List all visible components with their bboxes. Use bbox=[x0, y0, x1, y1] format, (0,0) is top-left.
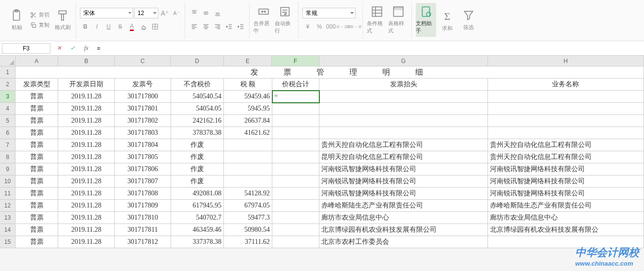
row-head-6[interactable]: 6 bbox=[0, 127, 16, 139]
data-cell[interactable]: 378378.38 bbox=[171, 127, 224, 139]
col-head-A[interactable]: A bbox=[16, 56, 58, 66]
header-cell[interactable]: 发票类型 bbox=[16, 79, 58, 91]
data-cell[interactable]: 337378.38 bbox=[171, 236, 224, 248]
data-cell[interactable]: 59477.3 bbox=[224, 212, 272, 224]
data-cell[interactable]: 2019.11.28 bbox=[58, 115, 115, 127]
data-cell[interactable]: 河南锐讯智捷网络科技有限公司 bbox=[488, 163, 644, 175]
cell-styles-button[interactable]: 表格样式 bbox=[388, 3, 408, 37]
percent-button[interactable]: % bbox=[314, 21, 325, 32]
data-cell[interactable]: 67974.05 bbox=[224, 200, 272, 212]
data-cell[interactable] bbox=[488, 91, 644, 103]
data-cell[interactable]: 河南锐讯智捷网络科技有限公司 bbox=[319, 188, 487, 200]
data-cell[interactable] bbox=[272, 236, 320, 248]
data-cell[interactable]: 赤峰哈斯陆生态产业有限责任公司 bbox=[488, 200, 644, 212]
font-name-select[interactable]: 宋体 bbox=[80, 8, 133, 18]
cond-format-button[interactable]: 条件格式 bbox=[367, 3, 387, 37]
data-cell[interactable] bbox=[488, 115, 644, 127]
increase-font-button[interactable]: A⁺ bbox=[159, 8, 170, 18]
data-cell[interactable]: 463459.46 bbox=[171, 224, 224, 236]
data-cell[interactable]: 301717812 bbox=[115, 236, 171, 248]
data-cell[interactable]: 301717803 bbox=[115, 127, 171, 139]
number-format-select[interactable]: 常规 bbox=[302, 8, 356, 18]
row-head-7[interactable]: 7 bbox=[0, 139, 16, 151]
data-cell[interactable]: 普票 bbox=[16, 139, 58, 151]
data-cell[interactable]: 普票 bbox=[16, 175, 58, 188]
col-head-B[interactable]: B bbox=[58, 56, 115, 66]
indent-inc-button[interactable] bbox=[236, 21, 246, 32]
data-cell[interactable]: 301717810 bbox=[115, 212, 171, 224]
align-center-button[interactable] bbox=[201, 21, 211, 32]
header-cell[interactable]: 业务名称 bbox=[488, 79, 644, 91]
data-cell[interactable] bbox=[319, 91, 487, 103]
data-cell[interactable] bbox=[272, 115, 320, 127]
data-cell[interactable] bbox=[272, 188, 320, 200]
data-cell[interactable]: 贵州天控自动化信息工程有限公司 bbox=[488, 139, 644, 151]
data-cell[interactable] bbox=[224, 163, 272, 175]
data-cell[interactable]: 2019.11.28 bbox=[58, 200, 115, 212]
data-cell[interactable]: 301717801 bbox=[115, 103, 171, 115]
strikethrough-button[interactable]: S bbox=[115, 21, 126, 32]
data-cell[interactable]: 301717802 bbox=[115, 115, 171, 127]
data-cell[interactable]: 617945.95 bbox=[171, 200, 224, 212]
italic-button[interactable]: I bbox=[92, 21, 102, 32]
copy-button[interactable]: 复制 bbox=[28, 20, 51, 30]
data-cell[interactable] bbox=[319, 103, 487, 115]
data-cell[interactable]: 贵州天控自动化信息工程有限公司 bbox=[488, 151, 644, 163]
data-cell[interactable] bbox=[224, 151, 272, 163]
data-cell[interactable]: 2019.11.28 bbox=[58, 163, 115, 175]
data-cell[interactable]: 301717800 bbox=[115, 91, 171, 103]
font-size-select[interactable]: 12 bbox=[134, 8, 158, 18]
data-cell[interactable]: 作废 bbox=[171, 175, 224, 188]
data-cell[interactable] bbox=[488, 127, 644, 139]
comma-button[interactable]: 000 bbox=[326, 21, 336, 32]
data-cell[interactable]: 贵州天控自动化信息工程有限公司 bbox=[319, 139, 487, 151]
header-cell[interactable]: 发票抬头 bbox=[319, 79, 487, 91]
formula-input[interactable] bbox=[95, 43, 642, 54]
data-cell[interactable]: 普票 bbox=[16, 212, 58, 224]
row-head-5[interactable]: 5 bbox=[0, 115, 16, 127]
cancel-formula-button[interactable]: ✕ bbox=[54, 44, 64, 53]
data-cell[interactable] bbox=[272, 175, 320, 188]
header-cell[interactable]: 不含税价 bbox=[171, 79, 224, 91]
select-all-corner[interactable] bbox=[0, 56, 16, 66]
data-cell[interactable] bbox=[272, 103, 320, 115]
underline-button[interactable]: U bbox=[103, 21, 114, 32]
col-head-D[interactable]: D bbox=[171, 56, 223, 66]
header-cell[interactable]: 价税合计 bbox=[272, 79, 320, 91]
data-cell[interactable]: 242162.16 bbox=[171, 115, 224, 127]
data-cell[interactable]: 廊坊市农业局信息中心 bbox=[488, 212, 644, 224]
data-cell[interactable]: 赤峰哈斯陆生态产业有限责任公司 bbox=[319, 200, 487, 212]
col-head-C[interactable]: C bbox=[115, 56, 171, 66]
data-cell[interactable] bbox=[224, 175, 272, 188]
cut-button[interactable]: 剪切 bbox=[28, 10, 51, 19]
format-painter-button[interactable]: 格式刷 bbox=[52, 3, 73, 37]
data-cell[interactable]: 54054.05 bbox=[171, 103, 224, 115]
font-color-button[interactable]: A bbox=[126, 21, 137, 32]
data-cell[interactable]: 2019.11.28 bbox=[58, 188, 115, 200]
align-bottom-button[interactable] bbox=[212, 8, 223, 18]
data-cell[interactable]: 普票 bbox=[16, 200, 58, 212]
dec-inc-button[interactable]: .0→.00 bbox=[337, 21, 348, 32]
col-head-E[interactable]: E bbox=[224, 56, 272, 66]
row-head-11[interactable]: 11 bbox=[0, 188, 16, 200]
col-head-G[interactable]: G bbox=[319, 56, 488, 66]
row-head-2[interactable]: 2 bbox=[0, 79, 16, 91]
data-cell[interactable]: 301717807 bbox=[115, 175, 171, 188]
data-cell[interactable] bbox=[272, 224, 320, 236]
data-cell[interactable] bbox=[272, 151, 320, 163]
data-cell[interactable] bbox=[488, 103, 644, 115]
filter-button[interactable]: 筛选 bbox=[458, 3, 479, 37]
borders-button[interactable] bbox=[150, 21, 160, 32]
fill-color-button[interactable] bbox=[138, 21, 149, 32]
data-cell[interactable]: 59459.46 bbox=[224, 91, 272, 103]
data-cell[interactable]: 2019.11.28 bbox=[58, 212, 115, 224]
data-cell[interactable]: 河南锐讯智捷网络科技有限公司 bbox=[488, 175, 644, 188]
merge-center-button[interactable]: 合并居中 bbox=[253, 3, 274, 37]
data-cell[interactable]: 河南锐讯智捷网络科技有限公司 bbox=[319, 175, 487, 188]
data-cell[interactable] bbox=[319, 115, 487, 127]
dec-dec-button[interactable]: .00→.0 bbox=[349, 21, 360, 32]
col-head-H[interactable]: H bbox=[488, 56, 644, 66]
row-head-10[interactable]: 10 bbox=[0, 175, 16, 188]
row-head-1[interactable]: 1 bbox=[0, 66, 16, 79]
currency-button[interactable]: ¥ bbox=[302, 21, 313, 32]
